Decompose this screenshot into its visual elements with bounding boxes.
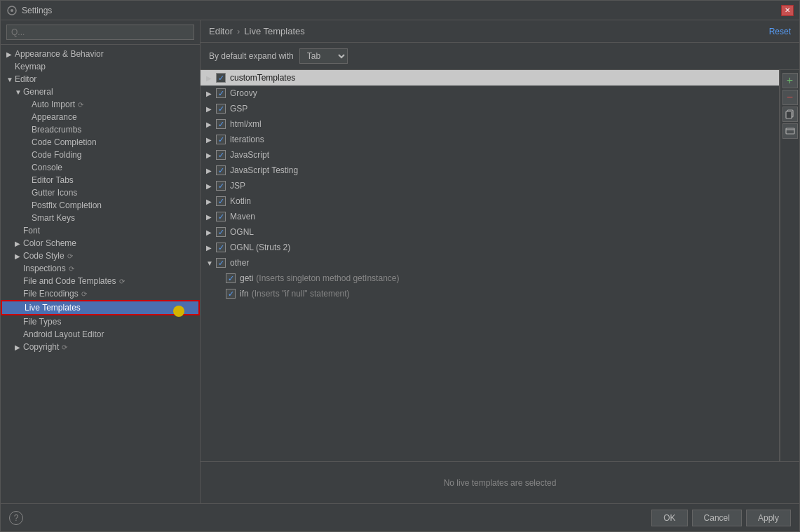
sidebar-item-smart-keys[interactable]: Smart Keys xyxy=(1,212,200,224)
template-row-groovy[interactable]: ▶ Groovy xyxy=(201,86,779,101)
sidebar-item-file-types[interactable]: File Types xyxy=(1,315,200,328)
close-button[interactable]: ✕ xyxy=(781,5,794,16)
template-label: Maven xyxy=(230,212,255,221)
sidebar-item-auto-import[interactable]: Auto Import ⟳ xyxy=(1,98,200,111)
template-row-gsp[interactable]: ▶ GSP xyxy=(201,101,779,116)
chevron-icon: ▶ xyxy=(206,167,216,175)
template-row-other[interactable]: ▼ other xyxy=(201,255,779,271)
sidebar-label: File Encodings xyxy=(23,289,79,299)
copy-template-button[interactable] xyxy=(782,107,798,122)
help-button[interactable]: ? xyxy=(9,511,23,525)
chevron-icon: ▶ xyxy=(206,121,216,128)
chevron-icon: ▶ xyxy=(206,136,216,144)
chevron-icon: ▶ xyxy=(15,240,23,247)
remove-template-button[interactable]: − xyxy=(782,90,798,105)
apply-button[interactable]: Apply xyxy=(746,510,791,526)
template-label: html/xml xyxy=(230,119,262,129)
sidebar-item-file-code-templates[interactable]: File and Code Templates ⟳ xyxy=(1,275,200,287)
template-action-buttons: + − xyxy=(780,70,799,461)
template-row-iterations[interactable]: ▶ iterations xyxy=(201,132,779,147)
expand-with-select[interactable]: Tab Space Enter xyxy=(299,48,348,64)
settings-window: Settings ✕ ▶ Appearance & Behavior Keyma… xyxy=(0,0,800,532)
template-checkbox[interactable] xyxy=(216,165,226,175)
no-selection-message: No live templates are selected xyxy=(444,478,557,488)
sidebar-item-console[interactable]: Console xyxy=(1,161,200,174)
template-row-javascript[interactable]: ▶ JavaScript xyxy=(201,147,779,163)
expand-icon xyxy=(785,126,795,136)
right-panel: Editor › Live Templates Reset By default… xyxy=(201,20,799,503)
template-checkbox[interactable] xyxy=(216,227,226,237)
template-checkbox[interactable] xyxy=(216,181,226,191)
template-checkbox[interactable] xyxy=(216,104,226,114)
template-checkbox[interactable] xyxy=(216,150,226,160)
sidebar-item-breadcrumbs[interactable]: Breadcrumbs xyxy=(1,123,200,136)
template-row-geti[interactable]: geti (Inserts singleton method getInstan… xyxy=(201,271,779,286)
chevron-icon: ▶ xyxy=(206,244,216,252)
template-checkbox[interactable] xyxy=(216,119,226,129)
template-row-jsp[interactable]: ▶ JSP xyxy=(201,178,779,193)
template-label: JSP xyxy=(230,181,245,191)
sidebar-item-editor-tabs[interactable]: Editor Tabs xyxy=(1,174,200,186)
template-row-html-xml[interactable]: ▶ html/xml xyxy=(201,116,779,132)
sidebar-label: Editor xyxy=(15,74,36,84)
sidebar-item-font[interactable]: Font xyxy=(1,224,200,237)
window-title: Settings xyxy=(22,6,781,15)
template-checkbox[interactable] xyxy=(216,243,226,252)
template-checkbox[interactable] xyxy=(226,289,236,299)
sidebar-item-general[interactable]: ▼ General xyxy=(1,86,200,98)
template-label: Kotlin xyxy=(230,196,251,206)
sidebar-item-code-style[interactable]: ▶ Code Style ⟳ xyxy=(1,250,200,262)
sync-icon: ⟳ xyxy=(62,343,67,351)
template-checkbox[interactable] xyxy=(216,88,226,98)
template-checkbox[interactable] xyxy=(216,73,226,83)
sidebar-label: Inspections xyxy=(23,264,66,273)
sidebar-item-appearance[interactable]: Appearance xyxy=(1,111,200,123)
template-row-customtemplates[interactable]: ▶ customTemplates xyxy=(201,70,779,86)
sidebar-item-code-completion[interactable]: Code Completion xyxy=(1,136,200,149)
template-row-javascript-testing[interactable]: ▶ JavaScript Testing xyxy=(201,163,779,178)
sidebar-item-appearance-behavior[interactable]: ▶ Appearance & Behavior xyxy=(1,48,200,60)
template-row-maven[interactable]: ▶ Maven xyxy=(201,209,779,224)
sidebar-item-editor[interactable]: ▼ Editor xyxy=(1,73,200,86)
sidebar-label: Postfix Completion xyxy=(32,200,102,210)
svg-point-1 xyxy=(11,9,13,12)
template-label: JavaScript Testing xyxy=(230,165,298,175)
sidebar-label: Code Completion xyxy=(32,137,97,147)
bottom-bar: ? OK Cancel Apply xyxy=(1,503,799,531)
sidebar-item-file-encodings[interactable]: File Encodings ⟳ xyxy=(1,287,200,300)
sidebar: ▶ Appearance & Behavior Keymap ▼ Editor … xyxy=(1,20,201,503)
sidebar-item-android-layout-editor[interactable]: Android Layout Editor xyxy=(1,328,200,341)
template-checkbox[interactable] xyxy=(216,135,226,144)
search-box xyxy=(1,20,200,45)
template-row-ognl-struts2[interactable]: ▶ OGNL (Struts 2) xyxy=(201,240,779,255)
template-checkbox[interactable] xyxy=(216,212,226,221)
sidebar-item-live-templates[interactable]: Live Templates xyxy=(1,300,200,315)
template-row-ifn[interactable]: ifn (Inserts "if null" statement) xyxy=(201,286,779,301)
search-input[interactable] xyxy=(6,25,194,40)
sidebar-item-color-scheme[interactable]: ▶ Color Scheme xyxy=(1,237,200,250)
sidebar-item-gutter-icons[interactable]: Gutter Icons xyxy=(1,186,200,199)
template-checkbox[interactable] xyxy=(226,273,236,283)
sidebar-item-code-folding[interactable]: Code Folding xyxy=(1,149,200,161)
template-checkbox[interactable] xyxy=(216,196,226,206)
chevron-icon: ▶ xyxy=(206,90,216,97)
panel-header: Editor › Live Templates Reset xyxy=(201,20,799,43)
reset-button[interactable]: Reset xyxy=(769,27,791,36)
cancel-button[interactable]: Cancel xyxy=(692,510,742,526)
ok-button[interactable]: OK xyxy=(651,510,687,526)
sidebar-item-copyright[interactable]: ▶ Copyright ⟳ xyxy=(1,341,200,353)
chevron-icon: ▶ xyxy=(6,50,15,58)
sidebar-item-keymap[interactable]: Keymap xyxy=(1,60,200,73)
sidebar-item-postfix-completion[interactable]: Postfix Completion xyxy=(1,199,200,212)
template-row-ognl[interactable]: ▶ OGNL xyxy=(201,224,779,240)
template-row-kotlin[interactable]: ▶ Kotlin xyxy=(201,193,779,209)
breadcrumb-separator: › xyxy=(237,26,240,36)
chevron-icon: ▶ xyxy=(206,182,216,190)
sidebar-label: Breadcrumbs xyxy=(32,125,81,135)
expand-template-button[interactable] xyxy=(782,123,798,139)
sidebar-label: Copyright xyxy=(23,342,59,352)
template-checkbox[interactable] xyxy=(216,258,226,268)
sidebar-item-inspections[interactable]: Inspections ⟳ xyxy=(1,262,200,275)
template-label: JavaScript xyxy=(230,150,269,160)
add-template-button[interactable]: + xyxy=(782,73,798,88)
